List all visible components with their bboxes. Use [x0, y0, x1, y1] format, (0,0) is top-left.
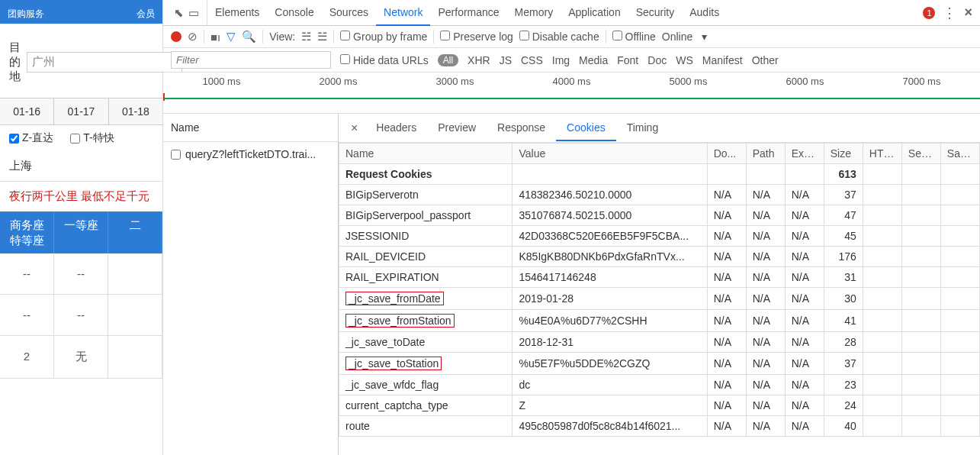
preserve-log[interactable]: Preserve log	[440, 31, 512, 43]
cookie-row[interactable]: _jc_save_toStation%u5E7F%u5DDE%2CGZQN/AN…	[339, 353, 980, 375]
train-type-checkbox[interactable]: Z-直达	[9, 131, 53, 145]
date-tab[interactable]: 01-16	[0, 98, 54, 124]
cookie-col-header[interactable]: Sam...	[940, 144, 979, 164]
error-count-badge[interactable]: 1	[923, 7, 935, 19]
timeline[interactable]: 1000 ms2000 ms3000 ms4000 ms5000 ms6000 …	[163, 73, 980, 114]
cookie-value: 495c805987d0f5c8c84b14f6021...	[512, 416, 707, 437]
hide-data-urls[interactable]: Hide data URLs	[340, 54, 429, 66]
tab-console[interactable]: Console	[267, 0, 321, 26]
filter-icon[interactable]: ▽	[227, 30, 236, 44]
detail-tab-cookies[interactable]: Cookies	[556, 115, 616, 141]
cookie-value: 2018-12-31	[512, 332, 707, 353]
cookie-value: 2019-01-28	[512, 288, 707, 310]
filter-type-img[interactable]: Img	[552, 54, 570, 66]
cookie-path: N/A	[746, 332, 785, 353]
cookie-expires: N/A	[785, 185, 824, 205]
filter-type-xhr[interactable]: XHR	[468, 54, 490, 66]
cookie-section-label: Request Cookies	[339, 164, 512, 185]
tab-security[interactable]: Security	[628, 0, 683, 26]
more-menu-icon[interactable]: ⋮	[943, 5, 956, 21]
cookie-size: 30	[824, 288, 863, 310]
cookie-size: 31	[824, 267, 863, 288]
cookie-col-header[interactable]: Do...	[707, 144, 746, 164]
cookie-row[interactable]: _jc_save_toDate2018-12-31N/AN/AN/A28	[339, 332, 980, 353]
cookie-domain: N/A	[707, 288, 746, 310]
view-large-icon[interactable]: ☱	[317, 30, 327, 44]
cookie-row[interactable]: route495c805987d0f5c8c84b14f6021...N/AN/…	[339, 416, 980, 437]
cookie-row[interactable]: BIGipServerpool_passport351076874.50215.…	[339, 205, 980, 226]
camera-icon[interactable]: ■ı	[210, 31, 220, 44]
filter-type-media[interactable]: Media	[579, 54, 608, 66]
throttle-select[interactable]: Online ▾	[662, 31, 707, 43]
search-icon[interactable]: 🔍	[242, 30, 256, 44]
seat-column-header: 一等座	[54, 211, 108, 253]
cookie-col-header[interactable]: Sec...	[901, 144, 940, 164]
disable-cache[interactable]: Disable cache	[519, 31, 599, 43]
cookie-value: 418382346.50210.0000	[512, 185, 707, 205]
filter-input[interactable]	[171, 51, 331, 69]
filter-type-font[interactable]: Font	[617, 54, 638, 66]
inspect-icon[interactable]: ⬉	[174, 6, 184, 20]
origin-city: 上海	[0, 151, 162, 181]
cookie-row[interactable]: RAIL_EXPIRATION1546417146248N/AN/AN/A31	[339, 267, 980, 288]
network-toolbar: ⊘ ■ı ▽ 🔍 View: ☵ ☱ Group by frame Preser…	[163, 26, 980, 48]
tab-memory[interactable]: Memory	[507, 0, 561, 26]
cookie-row[interactable]: _jc_save_fromDate2019-01-28N/AN/AN/A30	[339, 288, 980, 310]
tab-performance[interactable]: Performance	[430, 0, 506, 26]
detail-tab-preview[interactable]: Preview	[427, 115, 487, 141]
filter-type-css[interactable]: CSS	[521, 54, 543, 66]
tab-audits[interactable]: Audits	[682, 0, 727, 26]
tab-sources[interactable]: Sources	[322, 0, 376, 26]
cookie-size: 37	[824, 185, 863, 205]
cookie-row[interactable]: JSESSIONID42D03368C520E66EB5F9F5CBA...N/…	[339, 226, 980, 247]
sidebar-header: 团购服务 会员	[0, 8, 162, 24]
view-list-icon[interactable]: ☵	[301, 30, 311, 44]
tab-application[interactable]: Application	[561, 0, 628, 26]
cookie-size: 41	[824, 310, 863, 332]
cookie-value: 351076874.50215.0000	[512, 205, 707, 226]
cookie-row[interactable]: BIGipServerotn418382346.50210.0000N/AN/A…	[339, 185, 980, 205]
cookie-domain: N/A	[707, 267, 746, 288]
cookie-path: N/A	[746, 247, 785, 267]
cookie-size: 40	[824, 416, 863, 437]
dest-input[interactable]	[27, 52, 182, 73]
filter-type-doc[interactable]: Doc	[647, 54, 667, 66]
cookie-expires: N/A	[785, 267, 824, 288]
train-type-checkbox[interactable]: T-特快	[70, 131, 114, 145]
filter-type-ws[interactable]: WS	[676, 54, 693, 66]
filter-type-other[interactable]: Other	[752, 54, 779, 66]
cookie-col-header[interactable]: HTTP	[863, 144, 901, 164]
filter-type-manifest[interactable]: Manifest	[702, 54, 743, 66]
cookie-col-header[interactable]: Size	[824, 144, 863, 164]
clear-icon[interactable]: ⊘	[188, 30, 198, 44]
cookie-row[interactable]: _jc_save_wfdc_flagdcN/AN/AN/A23	[339, 375, 980, 395]
date-tab[interactable]: 01-17	[54, 98, 108, 124]
cookies-table: NameValueDo...PathExpi...SizeHTTPSec...S…	[339, 143, 980, 455]
group-by-frame[interactable]: Group by frame	[340, 31, 427, 43]
cookie-row[interactable]: RAIL_DEVICEIDK85IgKB80DNKb6PdxGfaRnTVx..…	[339, 247, 980, 267]
offline-toggle[interactable]: Offline	[612, 31, 656, 43]
cookie-row[interactable]: _jc_save_fromStation%u4E0A%u6D77%2CSHHN/…	[339, 310, 980, 332]
detail-tab-headers[interactable]: Headers	[365, 115, 427, 141]
cookie-section-row: Request Cookies613	[339, 164, 980, 185]
cookie-path: N/A	[746, 395, 785, 416]
cookie-col-header[interactable]: Expi...	[785, 144, 824, 164]
detail-tab-timing[interactable]: Timing	[616, 115, 670, 141]
record-icon[interactable]	[171, 31, 182, 42]
cookie-col-header[interactable]: Name	[339, 144, 512, 164]
close-detail-icon[interactable]: ×	[343, 121, 365, 135]
filter-type-js[interactable]: JS	[500, 54, 512, 66]
tab-network[interactable]: Network	[376, 0, 430, 26]
cookie-col-header[interactable]: Value	[512, 144, 707, 164]
cookie-col-header[interactable]: Path	[746, 144, 785, 164]
cookie-row[interactable]: current_captcha_typeZN/AN/AN/A24	[339, 395, 980, 416]
tab-elements[interactable]: Elements	[207, 0, 267, 26]
filter-all[interactable]: All	[438, 54, 458, 66]
close-devtools-icon[interactable]: ×	[964, 5, 972, 21]
cookie-path: N/A	[746, 375, 785, 395]
detail-tab-response[interactable]: Response	[487, 115, 556, 141]
device-toggle-icon[interactable]: ▭	[188, 6, 199, 20]
date-tab[interactable]: 01-18	[109, 98, 162, 124]
cookie-domain: N/A	[707, 247, 746, 267]
request-item[interactable]: queryZ?leftTicketDTO.trai...	[163, 142, 338, 166]
